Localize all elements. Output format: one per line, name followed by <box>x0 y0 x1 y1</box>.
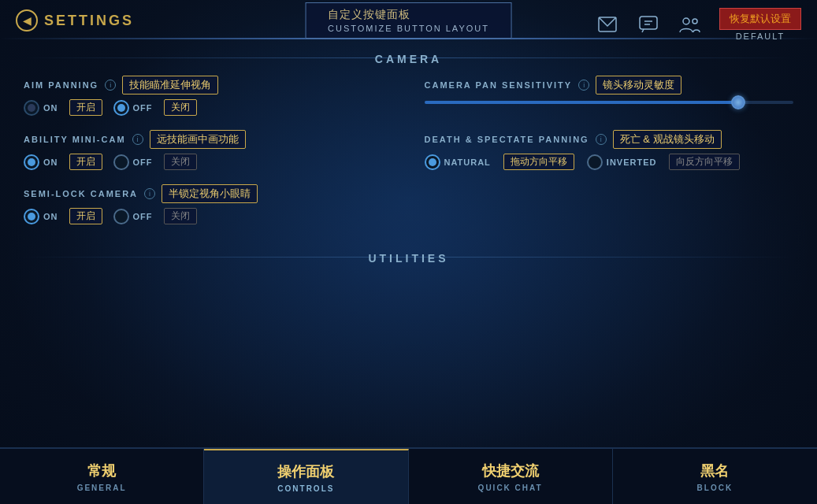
camera-pan-sensitivity-label: CAMERA PAN SENSITIVITY <box>425 80 573 90</box>
inverted-chinese: 向反方向平移 <box>669 154 740 170</box>
utilities-section-header: UTILITIES <box>24 239 793 275</box>
tab-general-chinese: 常规 <box>87 461 116 480</box>
pan-options: NATURAL 拖动方向平移 INVERTED 向反方向平移 <box>425 154 794 170</box>
chat-icon[interactable] <box>634 10 663 39</box>
svg-point-5 <box>693 19 697 24</box>
aim-panning-label: AIM PANNING <box>24 80 98 90</box>
tab-controls-chinese: 操作面板 <box>277 462 334 481</box>
inverted-label: INVERTED <box>607 158 657 167</box>
natural-option[interactable]: NATURAL <box>425 154 491 170</box>
aim-panning-on[interactable]: ON <box>24 100 58 116</box>
death-spectate-info[interactable]: i <box>596 134 607 145</box>
customize-button[interactable]: 自定义按键面板 CUSTOMIZE BUTTON LAYOUT <box>305 2 512 39</box>
header-right: 恢复默认设置 DEFAULT <box>593 8 801 41</box>
mail-icon[interactable] <box>593 10 622 39</box>
camera-settings-grid: AIM PANNING i 技能瞄准延伸视角 ON 开启 OFF 关闭 <box>24 76 793 232</box>
ability-mini-cam-on[interactable]: ON <box>24 154 58 170</box>
inverted-option[interactable]: INVERTED <box>587 154 657 170</box>
ability-mini-cam-label: ABILITY MINI-CAM <box>24 135 126 144</box>
death-spectate-panning-row: DEATH & SPECTATE PANNING i 死亡 & 观战镜头移动 N… <box>425 130 794 170</box>
aim-panning-on-label: ON <box>43 103 58 113</box>
semi-lock-on[interactable]: ON <box>24 209 58 224</box>
page-title: SETTINGS <box>44 13 134 29</box>
ability-mini-cam-off-radio <box>113 154 129 170</box>
semi-lock-on-label: ON <box>43 212 58 221</box>
tab-block-chinese: 黑名 <box>700 461 729 480</box>
tab-controls[interactable]: 操作面板 CONTROLS <box>204 449 408 504</box>
customize-layout-section: 自定义按键面板 CUSTOMIZE BUTTON LAYOUT <box>305 2 512 39</box>
utilities-section: UTILITIES <box>24 239 793 275</box>
header-icons <box>593 10 704 39</box>
camera-pan-slider-container <box>425 101 794 104</box>
main-content: CAMERA AIM PANNING i 技能瞄准延伸视角 ON 开启 <box>0 39 817 447</box>
tab-controls-label: CONTROLS <box>277 484 334 493</box>
ability-mini-cam-chinese: 远技能画中画功能 <box>150 130 246 149</box>
ability-mini-cam-on-label: ON <box>43 158 58 167</box>
death-spectate-panning-label: DEATH & SPECTATE PANNING <box>425 135 589 144</box>
friends-icon[interactable] <box>675 10 704 39</box>
semi-lock-off[interactable]: OFF <box>113 209 153 224</box>
semi-lock-off-label: OFF <box>133 212 153 221</box>
tab-block[interactable]: 黑名 BLOCK <box>613 449 817 504</box>
customize-label: CUSTOMIZE BUTTON LAYOUT <box>328 24 489 33</box>
default-button-wrapper: 恢复默认设置 DEFAULT <box>719 8 801 41</box>
semi-lock-toggle: ON 开启 OFF 关闭 <box>24 208 393 224</box>
semi-lock-info[interactable]: i <box>144 188 155 199</box>
semi-lock-chinese: 半锁定视角小眼睛 <box>162 184 258 203</box>
aim-panning-on-radio <box>24 100 39 116</box>
camera-section-header: CAMERA <box>24 39 793 76</box>
camera-section-title: CAMERA <box>362 53 455 65</box>
aim-panning-toggle: ON 开启 OFF 关闭 <box>24 99 393 116</box>
semi-lock-camera-label: SEMI-LOCK CAMERA <box>24 189 138 198</box>
bottom-tabs: 常规 GENERAL 操作面板 CONTROLS 快捷交流 QUICK CHAT… <box>0 447 817 504</box>
aim-panning-info[interactable]: i <box>105 80 116 91</box>
ability-mini-cam-on-radio <box>24 154 39 170</box>
camera-pan-chinese: 镜头移动灵敏度 <box>596 76 681 94</box>
tab-quick-chat-label: QUICK CHAT <box>478 484 543 492</box>
tab-general[interactable]: 常规 GENERAL <box>0 449 204 504</box>
aim-panning-chinese: 技能瞄准延伸视角 <box>122 76 218 94</box>
customize-chinese-label: 自定义按键面板 <box>328 8 489 22</box>
ability-mini-cam-on-chinese: 开启 <box>69 154 102 170</box>
tab-block-label: BLOCK <box>697 484 733 492</box>
death-spectate-chinese: 死亡 & 观战镜头移动 <box>613 130 722 149</box>
ability-mini-cam-off-chinese: 关闭 <box>164 154 197 170</box>
aim-panning-off[interactable]: OFF <box>113 100 153 116</box>
tab-controls-active-border <box>204 449 407 450</box>
inverted-radio <box>587 154 603 170</box>
default-button[interactable]: 恢复默认设置 <box>719 8 801 30</box>
camera-pan-info[interactable]: i <box>578 80 589 91</box>
tab-quick-chat[interactable]: 快捷交流 QUICK CHAT <box>409 449 613 504</box>
ability-mini-cam-off-label: OFF <box>133 158 153 167</box>
svg-point-4 <box>683 18 689 24</box>
camera-pan-slider-track <box>425 101 794 104</box>
back-icon: ◀ <box>16 9 38 32</box>
camera-pan-slider-fill <box>425 101 738 104</box>
camera-pan-sensitivity-row: CAMERA PAN SENSITIVITY i 镜头移动灵敏度 <box>425 76 794 116</box>
aim-panning-off-label: OFF <box>133 103 153 113</box>
camera-pan-slider-thumb[interactable] <box>731 95 745 109</box>
natural-radio <box>425 154 440 170</box>
aim-panning-off-chinese: 关闭 <box>164 99 197 116</box>
natural-label: NATURAL <box>444 158 491 167</box>
aim-panning-on-chinese: 开启 <box>69 99 102 116</box>
semi-lock-on-radio <box>24 209 39 224</box>
tab-quick-chat-chinese: 快捷交流 <box>482 461 539 480</box>
ability-mini-cam-toggle: ON 开启 OFF 关闭 <box>24 154 393 170</box>
aim-panning-off-radio <box>113 100 129 116</box>
semi-lock-off-radio <box>113 209 129 224</box>
tab-general-label: GENERAL <box>77 484 127 492</box>
semi-lock-on-chinese: 开启 <box>69 208 102 224</box>
natural-chinese: 拖动方向平移 <box>503 154 574 170</box>
semi-lock-off-chinese: 关闭 <box>164 208 197 224</box>
back-button[interactable]: ◀ SETTINGS <box>16 9 134 32</box>
svg-rect-1 <box>640 17 657 29</box>
semi-lock-camera-row: SEMI-LOCK CAMERA i 半锁定视角小眼睛 ON 开启 OFF 关闭 <box>24 184 393 224</box>
ability-mini-cam-info[interactable]: i <box>132 134 143 145</box>
utilities-section-title: UTILITIES <box>355 252 461 265</box>
ability-mini-cam-row: ABILITY MINI-CAM i 远技能画中画功能 ON 开启 OFF 关闭 <box>24 130 393 170</box>
ability-mini-cam-off[interactable]: OFF <box>113 154 153 170</box>
aim-panning-row: AIM PANNING i 技能瞄准延伸视角 ON 开启 OFF 关闭 <box>24 76 393 116</box>
